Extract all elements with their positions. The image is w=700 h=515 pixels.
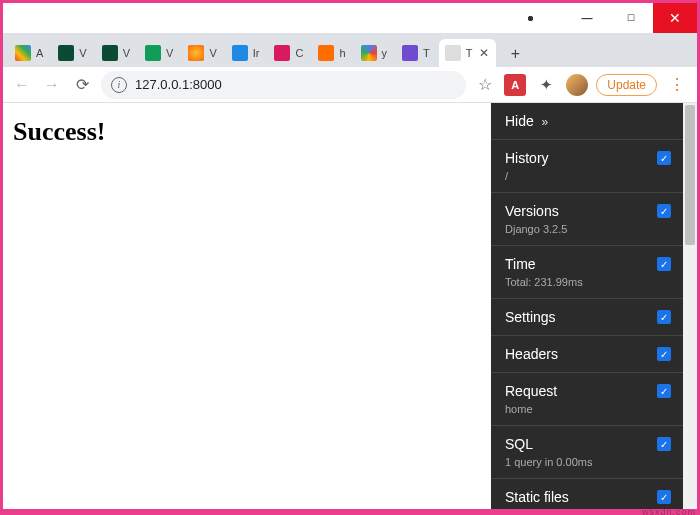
panel-checkbox[interactable]: ✓: [657, 257, 671, 271]
bookmark-star-icon[interactable]: ☆: [474, 74, 496, 96]
content-area: Success! Hide » History✓/Versions✓Django…: [3, 103, 697, 509]
site-info-icon[interactable]: i: [111, 77, 127, 93]
hide-arrow-icon: »: [541, 115, 548, 129]
panel-checkbox[interactable]: ✓: [657, 437, 671, 451]
toolbar-panel-history[interactable]: History✓/: [491, 139, 683, 192]
favicon: [318, 45, 334, 61]
toolbar-panel-time[interactable]: Time✓Total: 231.99ms: [491, 245, 683, 298]
tab-label: T: [466, 47, 473, 59]
toolbar-panel-settings[interactable]: Settings✓: [491, 298, 683, 335]
panel-checkbox[interactable]: ✓: [657, 151, 671, 165]
tab-label: V: [166, 47, 173, 59]
tab[interactable]: V: [139, 39, 179, 67]
panel-title: Time: [505, 256, 536, 272]
panel-subtitle: 1 query in 0.00ms: [505, 456, 671, 468]
panel-title: SQL: [505, 436, 533, 452]
watermark: wsxdn.com: [642, 507, 696, 515]
panel-subtitle: home: [505, 403, 671, 415]
tab[interactable]: V: [52, 39, 92, 67]
favicon: [402, 45, 418, 61]
toolbar-panel-versions[interactable]: Versions✓Django 3.2.5: [491, 192, 683, 245]
panel-title: Request: [505, 383, 557, 399]
tab-label: y: [382, 47, 388, 59]
favicon: [15, 45, 31, 61]
django-debug-toolbar: Hide » History✓/Versions✓Django 3.2.5Tim…: [491, 103, 683, 509]
panel-checkbox[interactable]: ✓: [657, 204, 671, 218]
panel-subtitle: Total: 231.99ms: [505, 276, 671, 288]
tab-label: V: [209, 47, 216, 59]
favicon: [102, 45, 118, 61]
tab[interactable]: h: [312, 39, 351, 67]
record-icon: ⏺: [527, 14, 535, 23]
tab-label: h: [339, 47, 345, 59]
panel-subtitle: Django 3.2.5: [505, 223, 671, 235]
favicon: [188, 45, 204, 61]
tab-close-icon[interactable]: ✕: [478, 47, 490, 59]
extensions-icon[interactable]: ✦: [534, 73, 558, 97]
minimize-button[interactable]: —: [565, 3, 609, 33]
favicon: [232, 45, 248, 61]
panel-title: Static files: [505, 489, 569, 505]
update-button[interactable]: Update: [596, 74, 657, 96]
tab[interactable]: V: [182, 39, 222, 67]
omnibox[interactable]: i 127.0.0.1:8000: [101, 71, 466, 99]
tab-active[interactable]: T ✕: [439, 39, 496, 67]
panel-checkbox[interactable]: ✓: [657, 347, 671, 361]
panel-title: Settings: [505, 309, 556, 325]
tab-label: V: [79, 47, 86, 59]
scrollbar-thumb[interactable]: [685, 105, 695, 245]
panel-title: History: [505, 150, 549, 166]
favicon: [361, 45, 377, 61]
tab-label: V: [123, 47, 130, 59]
close-button[interactable]: ✕: [653, 3, 697, 33]
toolbar-panel-static-files[interactable]: Static files✓: [491, 478, 683, 509]
toolbar-hide[interactable]: Hide »: [491, 103, 683, 139]
toolbar-panel-request[interactable]: Request✓home: [491, 372, 683, 425]
hide-label: Hide: [505, 113, 534, 129]
window-titlebar: ⏺ — ☐ ✕: [3, 3, 697, 33]
panel-checkbox[interactable]: ✓: [657, 384, 671, 398]
reload-button[interactable]: ⟳: [71, 74, 93, 96]
tab-label: Ir: [253, 47, 260, 59]
tab[interactable]: T: [396, 39, 436, 67]
vertical-scrollbar[interactable]: [683, 103, 697, 509]
panel-title: Versions: [505, 203, 559, 219]
tab-strip: AVVVVIrChyT T ✕ +: [3, 33, 697, 67]
panel-checkbox[interactable]: ✓: [657, 310, 671, 324]
favicon: [274, 45, 290, 61]
toolbar-panel-sql[interactable]: SQL✓1 query in 0.00ms: [491, 425, 683, 478]
tab[interactable]: Ir: [226, 39, 266, 67]
chrome-menu-icon[interactable]: ⋮: [665, 75, 689, 94]
page-heading: Success!: [13, 117, 481, 147]
tab-label: C: [295, 47, 303, 59]
panel-subtitle: /: [505, 170, 671, 182]
adobe-extension-icon[interactable]: A: [504, 74, 526, 96]
forward-button[interactable]: →: [41, 74, 63, 96]
toolbar-panel-headers[interactable]: Headers✓: [491, 335, 683, 372]
tab[interactable]: V: [96, 39, 136, 67]
page-body: Success!: [3, 103, 491, 509]
maximize-button[interactable]: ☐: [609, 3, 653, 33]
panel-title: Headers: [505, 346, 558, 362]
tab-label: T: [423, 47, 430, 59]
address-bar: ← → ⟳ i 127.0.0.1:8000 ☆ A ✦ Update ⋮: [3, 67, 697, 103]
favicon: [445, 45, 461, 61]
tab[interactable]: C: [268, 39, 309, 67]
tab[interactable]: y: [355, 39, 394, 67]
panel-checkbox[interactable]: ✓: [657, 490, 671, 504]
new-tab-button[interactable]: +: [503, 41, 529, 67]
tab[interactable]: A: [9, 39, 49, 67]
favicon: [58, 45, 74, 61]
profile-avatar[interactable]: [566, 74, 588, 96]
back-button[interactable]: ←: [11, 74, 33, 96]
favicon: [145, 45, 161, 61]
tab-label: A: [36, 47, 43, 59]
url-text: 127.0.0.1:8000: [135, 77, 222, 92]
